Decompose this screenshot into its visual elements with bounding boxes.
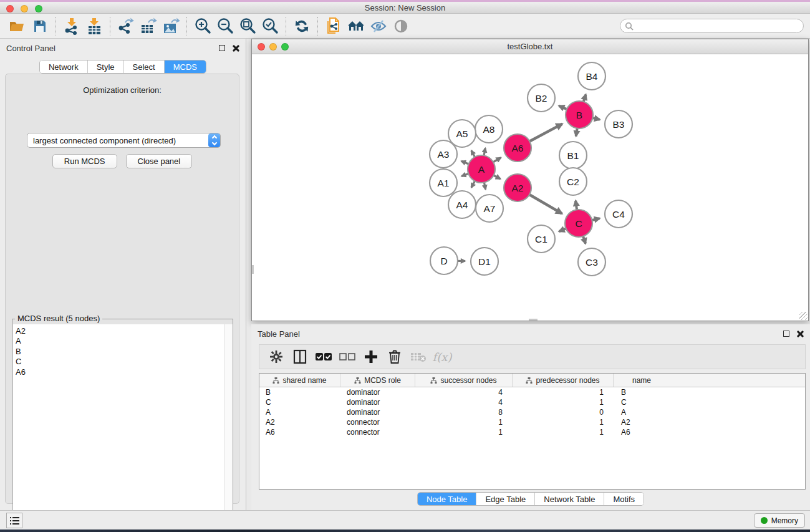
column-header-shared-name[interactable]: shared name <box>259 374 340 387</box>
table-row[interactable]: A6connector11A6 <box>259 427 805 437</box>
network-close-button[interactable] <box>258 43 265 51</box>
close-table-panel-icon[interactable] <box>797 331 804 337</box>
tab-edge-table[interactable]: Edge Table <box>476 493 534 505</box>
tab-node-table[interactable]: Node Table <box>418 493 476 505</box>
graph-node-B4[interactable]: B4 <box>578 62 605 90</box>
close-window-button[interactable] <box>6 5 14 12</box>
column-header-MCDS-role[interactable]: MCDS role <box>340 374 415 387</box>
main-toolbar <box>0 14 810 39</box>
result-item[interactable]: C <box>16 357 224 367</box>
export-network-button[interactable] <box>115 16 137 37</box>
tab-network-table[interactable]: Network Table <box>534 493 604 505</box>
delete-table-button[interactable] <box>408 347 429 367</box>
column-header-name[interactable]: name <box>614 374 670 387</box>
float-panel-button[interactable] <box>219 45 225 51</box>
memory-button[interactable]: Memory <box>754 513 805 528</box>
export-network-icon <box>117 17 135 35</box>
table-row[interactable]: A2connector11A2 <box>259 417 805 427</box>
result-scrollbar[interactable] <box>224 324 233 532</box>
result-item[interactable]: A <box>16 336 224 346</box>
delete-columns-button[interactable] <box>384 347 405 367</box>
zoom-fit-button[interactable] <box>236 16 259 37</box>
minimize-window-button[interactable] <box>21 5 28 12</box>
graph-node-A2[interactable]: A2 <box>504 174 531 201</box>
tab-motifs[interactable]: Motifs <box>604 493 644 505</box>
import-network-button[interactable] <box>60 16 83 37</box>
run-mcds-button[interactable]: Run MCDS <box>52 154 117 168</box>
graph-node-B2[interactable]: B2 <box>528 84 555 112</box>
tab-mcds[interactable]: MCDS <box>164 60 206 73</box>
status-bar: Memory <box>0 510 810 530</box>
tab-network[interactable]: Network <box>40 60 87 73</box>
column-header-predecessor-nodes[interactable]: predecessor nodes <box>513 374 614 387</box>
graph-node-A8[interactable]: A8 <box>475 115 503 143</box>
select-all-columns-button[interactable] <box>313 347 334 367</box>
zoom-selected-button[interactable] <box>259 16 281 37</box>
zoom-out-button[interactable] <box>214 16 236 37</box>
horizontal-scroll-indicator[interactable] <box>529 319 538 321</box>
toolbar-separator <box>55 17 56 36</box>
graph-node-C4[interactable]: C4 <box>605 200 632 228</box>
table-row[interactable]: Cdominator41C <box>259 397 805 407</box>
table-cell <box>670 397 805 407</box>
function-builder-button[interactable]: f(x) <box>432 347 453 367</box>
add-column-button[interactable] <box>360 347 382 367</box>
graph-node-A[interactable]: A <box>468 155 495 183</box>
table-row[interactable]: Bdominator41B <box>259 387 805 397</box>
network-minimize-button[interactable] <box>269 43 277 51</box>
network-window-titlebar[interactable]: testGlobe.txt <box>252 39 808 54</box>
zoom-in-button[interactable] <box>191 16 214 37</box>
graph-node-B[interactable]: B <box>566 101 593 128</box>
result-item[interactable]: A6 <box>16 367 224 377</box>
result-item[interactable]: B <box>16 347 224 357</box>
export-image-button[interactable] <box>160 16 182 37</box>
result-item[interactable]: A2 <box>16 326 224 336</box>
graph-node-B3[interactable]: B3 <box>605 110 632 138</box>
column-layout-button[interactable] <box>289 347 311 367</box>
hide-graphics-details-button[interactable] <box>367 16 390 37</box>
search-field[interactable] <box>620 19 804 33</box>
deselect-all-columns-button[interactable] <box>337 347 358 367</box>
task-history-button[interactable] <box>6 513 22 528</box>
search-input[interactable] <box>634 21 803 32</box>
table-row[interactable]: Adominator80A <box>259 407 805 417</box>
graph-node-A1[interactable]: A1 <box>430 169 457 196</box>
graph-node-B1[interactable]: B1 <box>559 142 587 169</box>
criterion-dropdown[interactable]: largest connected component (directed) <box>27 133 221 148</box>
save-session-button[interactable] <box>29 16 51 37</box>
svg-text:C4: C4 <box>612 209 625 220</box>
network-canvas[interactable]: B4B2BB3A8A5A6A3B1AC2A1A2A4A7C4CC1DD1C3 <box>252 54 808 321</box>
tab-style[interactable]: Style <box>87 60 123 73</box>
graph-node-C1[interactable]: C1 <box>528 225 555 253</box>
table-cell: A <box>614 407 670 417</box>
column-header-successor-nodes[interactable]: successor nodes <box>415 374 513 387</box>
graph-node-A3[interactable]: A3 <box>430 140 457 168</box>
graph-node-A6[interactable]: A6 <box>504 134 531 162</box>
graph-node-A4[interactable]: A4 <box>448 191 476 218</box>
tab-select[interactable]: Select <box>123 60 164 73</box>
graph-node-D[interactable]: D <box>430 247 458 274</box>
graph-node-C3[interactable]: C3 <box>578 248 605 276</box>
table-settings-button[interactable] <box>266 347 287 367</box>
share-document-button[interactable] <box>322 16 345 37</box>
float-table-panel-button[interactable] <box>783 331 789 337</box>
open-session-button[interactable] <box>6 16 29 37</box>
close-panel-icon[interactable] <box>233 45 239 52</box>
graph-node-A7[interactable]: A7 <box>476 195 503 222</box>
close-panel-button[interactable]: Close panel <box>126 154 193 168</box>
refresh-button[interactable] <box>291 16 313 37</box>
export-table-button[interactable] <box>137 16 160 37</box>
vertical-scroll-indicator[interactable] <box>252 265 254 274</box>
graph-node-D1[interactable]: D1 <box>471 248 498 275</box>
zoom-window-button[interactable] <box>35 5 42 12</box>
list-icon <box>9 516 19 525</box>
show-graphics-details-button[interactable] <box>390 16 412 37</box>
graph-node-C[interactable]: C <box>565 210 592 237</box>
svg-text:C1: C1 <box>535 234 547 244</box>
window-resize-grip[interactable] <box>799 312 808 320</box>
network-zoom-button[interactable] <box>281 43 289 51</box>
import-table-button[interactable] <box>83 16 105 37</box>
graph-node-C2[interactable]: C2 <box>559 168 587 195</box>
home-button[interactable] <box>345 16 367 37</box>
svg-text:C3: C3 <box>586 257 598 268</box>
